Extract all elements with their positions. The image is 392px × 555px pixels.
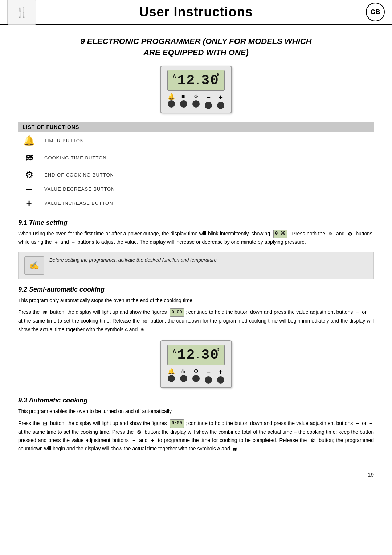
display-digits1: 1 (177, 73, 187, 88)
inline-btn-end3: ⚙ (137, 428, 142, 436)
display-small-icon: ≋ (217, 72, 220, 77)
func-label-decrease: VALUE DECREASE BUTTON (40, 183, 374, 195)
inline-btn-minus: − (72, 239, 75, 247)
func-icon-timer: 🔔 (18, 132, 40, 149)
note-text: Before setting the programmer, activate … (49, 256, 218, 264)
section93-para1: This program enables the oven to be turn… (18, 407, 374, 415)
inline-btn-plus: + (54, 239, 57, 247)
logo-icon: 🍴 (7, 0, 36, 25)
note-icon: ✍ (24, 256, 44, 275)
func-icon-increase: + (18, 195, 40, 212)
functions-table: LIST OF FUNCTIONS 🔔 TIMER BUTTON ≋ COOKI… (18, 122, 374, 212)
inline-btn-end4: ⚙ (310, 437, 315, 445)
section9-heading: 9 ELECTRONIC PROGRAMMER (ONLY FOR MODELS… (18, 36, 374, 58)
section92-para2: Press the ≋ button, the display will lig… (18, 308, 374, 334)
func-icon-cooking-time: ≋ (18, 149, 40, 166)
inline-btn-end2: ⊞ (43, 420, 47, 428)
display-digits2: 2 (186, 73, 195, 88)
display-digits3b: 3 (201, 347, 210, 363)
display-dot2: . (196, 352, 201, 361)
btn-increase2: + (217, 368, 224, 384)
page-title: User Instructions (139, 4, 253, 20)
btn-end-cooking2: ⚙ (192, 368, 200, 384)
btn-cooking-time2: ≋ (180, 368, 187, 384)
section91-heading: 9.1 Time setting (18, 219, 374, 227)
section93-heading: 9.3 Automatic cooking (18, 397, 374, 404)
inline-btn-end: ⚙ (348, 230, 352, 238)
func-row-cooking-time: ≋ COOKING TIME BUTTON (18, 149, 374, 166)
btn-increase: + (217, 94, 224, 109)
main-content: 9 ELECTRONIC PROGRAMMER (ONLY FOR MODELS… (0, 25, 392, 468)
btn-timer2: 🔔 (168, 368, 175, 384)
func-label-end-cooking: END OF COOKING BUTTON (40, 166, 374, 183)
gb-badge: GB (366, 3, 385, 21)
inline-display-000c: 0·00 (170, 419, 184, 428)
section91-text: When using the oven for the first time o… (18, 230, 374, 247)
btn-end-cooking: ⚙ (192, 94, 200, 109)
inline-display-000: 0·00 (273, 230, 287, 238)
func-icon-end-cooking: ⚙ (18, 166, 40, 183)
section93-para2: Press the ⊞ button, the display will lig… (18, 419, 374, 453)
func-row-decrease: − VALUE DECREASE BUTTON (18, 183, 374, 195)
func-row-increase: + VALUE INCREASE BUTTON (18, 195, 374, 212)
btn-decrease: − (205, 94, 212, 109)
timer-display-bottom: A 1 2 . 3 0 ≋ 🔔 ≋ ⚙ (18, 340, 374, 388)
timer-buttons2: 🔔 ≋ ⚙ − + (167, 368, 225, 384)
functions-table-header: LIST OF FUNCTIONS (18, 122, 374, 132)
func-label-cooking-time: COOKING TIME BUTTON (40, 149, 374, 166)
inline-display-000b: 0·00 (170, 308, 184, 317)
and-text-2: and (264, 420, 272, 426)
display-dot: . (196, 78, 201, 86)
page-number: 19 (0, 468, 392, 485)
func-row-timer: 🔔 TIMER BUTTON (18, 132, 374, 149)
inline-btn-cooking: ≋ (328, 230, 333, 238)
func-label-increase: VALUE INCREASE BUTTON (40, 195, 374, 212)
timer-display-top: A 1 2 . 3 0 ≋ 🔔 ≋ ⚙ (18, 66, 374, 113)
btn-timer: 🔔 (168, 94, 175, 109)
display-small-icon2: ≋ (217, 347, 220, 352)
inline-btn-cooking4: ≋ (140, 326, 145, 334)
section92-para1: This program only automatically stops th… (18, 296, 374, 304)
inline-btn-cooking5: ≋ (233, 445, 237, 453)
display-digits2b: 2 (186, 347, 195, 363)
and-text-3: and (139, 437, 147, 443)
display-superscript2: A (173, 349, 176, 355)
section92-heading: 9.2 Semi-automatic cooking (18, 286, 374, 293)
header: 🍴 User Instructions GB (0, 0, 392, 25)
func-icon-decrease: − (18, 183, 40, 195)
func-label-timer: TIMER BUTTON (40, 132, 374, 149)
display-digits1b: 1 (177, 347, 187, 363)
func-row-end-cooking: ⚙ END OF COOKING BUTTON (18, 166, 374, 183)
timer-buttons: 🔔 ≋ ⚙ − + (167, 94, 225, 109)
note-box: ✍ Before setting the programmer, activat… (18, 252, 374, 279)
btn-decrease2: − (205, 368, 212, 384)
display-digits3: 3 (201, 73, 210, 88)
inline-btn-cooking3: ≋ (143, 317, 147, 325)
and-text-1: and (264, 309, 272, 315)
display-superscript: A (173, 74, 176, 80)
btn-cooking-time: ≋ (180, 94, 187, 109)
inline-btn-cooking2: ≋ (43, 308, 47, 316)
